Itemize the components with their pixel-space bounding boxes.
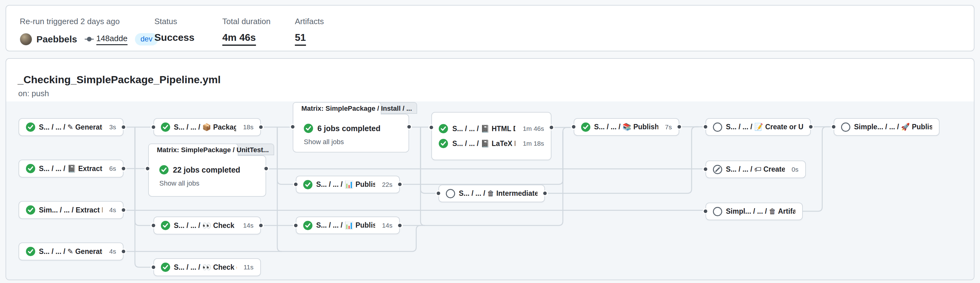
bar-chart-icon: 📊 <box>345 180 355 189</box>
job-duration: 6s <box>106 165 116 172</box>
status-success-icon <box>161 262 170 272</box>
show-all-jobs-link[interactable]: Show all jobs <box>304 138 399 146</box>
job-label: S... / ... / ✎ Generate pipelin... <box>39 248 102 256</box>
job-label: Sim... / ... / Extract Information <box>39 206 102 214</box>
job-label: S... / ... / 👀 Check Static Ty... <box>174 221 236 230</box>
job-label: Simple... / ... / 🚀 Publish to PyPI <box>854 123 932 131</box>
job-duration: 4s <box>106 248 116 255</box>
notebook-icon: 📓 <box>481 125 492 133</box>
show-all-jobs-link[interactable]: Show all jobs <box>159 179 256 187</box>
status-success-icon <box>581 123 590 132</box>
job-node-publish-test-results[interactable]: S... / ... / 📊 Publish Test Re...14s <box>296 216 400 234</box>
job-label: S... / ... / 📦 Package in Sou... <box>174 123 236 131</box>
status-success-icon <box>26 123 35 132</box>
pen-icon: ✎ <box>67 123 75 131</box>
job-label: S... / ... / 📚 Publish to GH-P... <box>594 123 658 131</box>
wastebasket-icon: 🗑 <box>769 207 778 215</box>
books-icon: 📚 <box>622 123 633 131</box>
artifacts-label: Artifacts <box>295 17 324 26</box>
job-node-check-documentation[interactable]: S... / ... / 👀 Check docume...11s <box>153 258 261 276</box>
job-label: S... / ... / 📓 LaTeX Docu... <box>452 139 515 148</box>
job-node-create-tag[interactable]: S... / ... / 🏷 Create tag '${{ in...0s <box>705 160 806 178</box>
status-success-icon <box>26 164 35 173</box>
matrix-body: 22 jobs completedShow all jobs <box>148 155 266 197</box>
status-success-icon <box>159 165 169 174</box>
status-success-icon <box>439 124 448 133</box>
job-duration: 22s <box>379 181 393 189</box>
job-duration: 1m 46s <box>520 125 544 133</box>
wastebasket-icon: 🗑 <box>487 189 496 197</box>
status-success-icon <box>303 221 312 230</box>
bar-chart-icon: 📊 <box>345 221 355 229</box>
job-label: S... / ... / 📓 Extract configur... <box>39 165 102 173</box>
job-node-extract-information[interactable]: Sim... / ... / Extract Information4s <box>19 201 124 219</box>
job-duration: 1m 18s <box>520 140 544 147</box>
rerun-trigger-label: Re-run triggered 2 days ago <box>20 17 158 26</box>
status-success-icon <box>304 124 313 133</box>
job-node-extract-configuration[interactable]: S... / ... / 📓 Extract configur...6s <box>19 160 124 177</box>
job-duration: 11s <box>240 264 253 271</box>
job-label: S... / ... / ✎ Generate pipelin... <box>39 123 102 131</box>
matrix-tab: Matrix: SimplePackage / Install / ... <box>293 102 381 114</box>
matrix-group-matrix-install[interactable]: Matrix: SimplePackage / Install / ...6 j… <box>293 102 409 152</box>
job-node-html-documentation[interactable]: S... / ... / 📓 HTML Docu...1m 46s <box>439 124 544 133</box>
job-node-publish-gh-pages[interactable]: S... / ... / 📚 Publish to GH-P...7s <box>574 118 679 136</box>
status-success-icon <box>439 139 448 148</box>
job-node-publish-to-pypi[interactable]: Simple... / ... / 🚀 Publish to PyPI <box>834 118 940 136</box>
rocket-icon: 🚀 <box>901 123 912 131</box>
job-label: S... / ... / 📝 Create or Update R... <box>726 123 803 131</box>
matrix-jobs-summary: 6 jobs completed <box>317 124 380 133</box>
job-node-intermediate-artifacts[interactable]: S... / ... / 🗑 Intermediate Artifa... <box>438 185 545 202</box>
job-duration: 3s <box>106 123 116 131</box>
notebook-icon: 📓 <box>67 165 78 173</box>
job-node-publish-code-coverage[interactable]: S... / ... / 📊 Publish Code C...22s <box>296 176 400 193</box>
package-icon: 📦 <box>202 123 213 131</box>
artifacts-count-link[interactable]: 51 <box>295 32 306 46</box>
job-duration: 14s <box>379 222 393 229</box>
job-node-latex-documentation[interactable]: S... / ... / 📓 LaTeX Docu...1m 18s <box>439 139 544 148</box>
status-success-icon <box>161 123 170 132</box>
status-skipped-icon <box>713 165 722 174</box>
total-duration-label: Total duration <box>222 17 270 26</box>
status-neutral-icon <box>713 207 722 216</box>
tag-icon: 🏷 <box>754 165 763 173</box>
job-label: S... / ... / 👀 Check docume... <box>174 263 237 272</box>
job-node-generate-pipeline-2[interactable]: S... / ... / ✎ Generate pipelin...4s <box>19 243 124 261</box>
workflow-file-title: _Checking_SimplePackage_Pipeline.yml <box>18 74 221 86</box>
status-neutral-icon <box>713 123 722 132</box>
status-label: Status <box>154 17 194 26</box>
status-success-icon <box>26 205 35 215</box>
matrix-group-matrix-unittest[interactable]: Matrix: SimplePackage / UnitTest...22 jo… <box>148 144 266 197</box>
status-success-icon <box>26 247 35 256</box>
memo-icon: 📝 <box>754 123 765 131</box>
git-commit-icon <box>84 35 94 44</box>
job-node-package-source[interactable]: S... / ... / 📦 Package in Sou...18s <box>153 118 261 136</box>
job-label: Simpl... / ... / 🗑 Artifact Cleanup <box>726 207 795 216</box>
notebook-icon: 📓 <box>481 139 492 147</box>
matrix-body: 6 jobs completedShow all jobs <box>293 114 409 152</box>
status-neutral-icon <box>446 189 455 198</box>
matrix-tab: Matrix: SimplePackage / UnitTest... <box>148 144 239 156</box>
job-duration: 4s <box>106 206 116 214</box>
job-label: S... / ... / 📓 HTML Docu... <box>452 125 515 133</box>
total-duration-value[interactable]: 4m 46s <box>222 32 256 46</box>
avatar[interactable] <box>20 33 32 45</box>
status-success-icon <box>303 180 312 189</box>
actor-link[interactable]: Paebbels <box>37 34 77 45</box>
matrix-jobs-summary: 22 jobs completed <box>173 165 240 174</box>
status-success-icon <box>161 221 170 230</box>
commit-link[interactable]: 148adde <box>96 34 127 45</box>
job-label: S... / ... / 📊 Publish Test Re... <box>316 221 375 230</box>
job-node-create-or-update-release[interactable]: S... / ... / 📝 Create or Update R... <box>705 118 811 136</box>
job-node-check-static-typing[interactable]: S... / ... / 👀 Check Static Ty...14s <box>153 216 261 235</box>
job-label: S... / ... / 📊 Publish Code C... <box>316 180 375 189</box>
job-label: S... / ... / 🗑 Intermediate Artifa... <box>459 189 538 198</box>
pen-icon: ✎ <box>67 248 75 256</box>
job-label: S... / ... / 🏷 Create tag '${{ in... <box>726 165 785 174</box>
job-duration: 18s <box>240 123 253 131</box>
job-duration: 0s <box>789 166 799 173</box>
job-duration: 7s <box>662 123 672 131</box>
job-node-artifact-cleanup[interactable]: Simpl... / ... / 🗑 Artifact Cleanup <box>705 203 803 220</box>
status-value: Success <box>154 32 194 43</box>
job-node-generate-pipeline-1[interactable]: S... / ... / ✎ Generate pipelin...3s <box>19 118 124 136</box>
